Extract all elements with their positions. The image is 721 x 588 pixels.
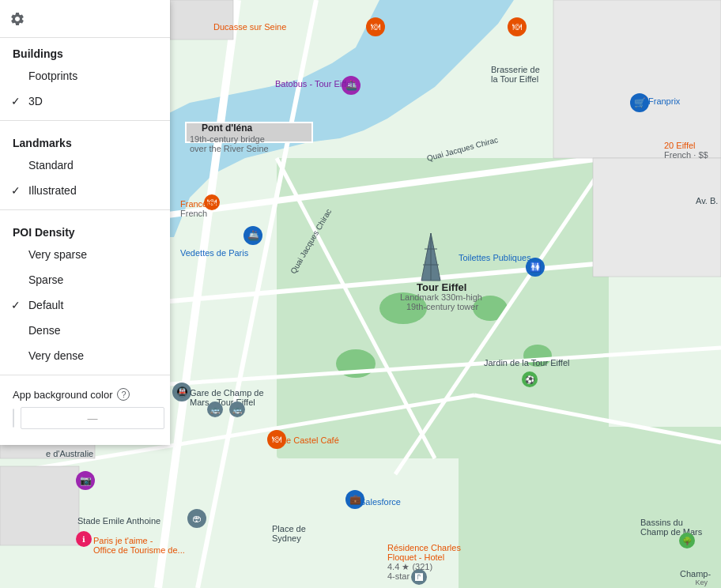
- 3d-checkmark: ✓: [11, 95, 21, 107]
- svg-text:Key: Key: [695, 579, 708, 586]
- footprints-label: Footprints: [28, 70, 77, 82]
- 3d-label: 3D: [28, 95, 43, 107]
- svg-rect-5: [459, 427, 721, 588]
- poi-default-label: Default: [28, 299, 63, 311]
- poi-dense-label: Dense: [28, 324, 60, 337]
- divider-3: [0, 375, 170, 375]
- svg-rect-18: [0, 466, 79, 545]
- poi-very-sparse-label: Very sparse: [28, 248, 87, 261]
- illustrated-label: Illustrated: [28, 184, 77, 197]
- svg-rect-20: [593, 158, 721, 277]
- buildings-header: Buildings: [0, 38, 170, 63]
- color-input[interactable]: [21, 407, 164, 429]
- divider-2: [0, 209, 170, 210]
- standard-label: Standard: [28, 159, 74, 172]
- color-row: [0, 404, 170, 432]
- poi-very-dense[interactable]: Very dense: [0, 343, 170, 368]
- settings-panel: Buildings Footprints ✓ 3D Landmarks Stan…: [0, 0, 170, 445]
- poi-very-dense-label: Very dense: [28, 349, 84, 362]
- landmarks-header: Landmarks: [0, 127, 170, 153]
- panel-gear-icon: [9, 11, 25, 27]
- panel-top-bar: [0, 0, 170, 38]
- footprints-item[interactable]: Footprints: [0, 63, 170, 89]
- poi-sparse[interactable]: Sparse: [0, 267, 170, 292]
- svg-rect-21: [170, 0, 233, 40]
- poi-density-header: POI Density: [0, 217, 170, 242]
- divider-1: [0, 120, 170, 121]
- svg-rect-26: [186, 122, 312, 142]
- poi-default[interactable]: ✓ Default: [0, 292, 170, 318]
- poi-default-checkmark: ✓: [11, 299, 21, 311]
- 3d-item[interactable]: ✓ 3D: [0, 89, 170, 114]
- color-swatch[interactable]: [13, 409, 14, 428]
- app-bg-color-label: App background color: [13, 389, 112, 401]
- illustrated-checkmark: ✓: [11, 184, 21, 197]
- svg-point-1: [379, 292, 427, 324]
- poi-very-sparse[interactable]: Very sparse: [0, 242, 170, 267]
- illustrated-item[interactable]: ✓ Illustrated: [0, 178, 170, 203]
- poi-dense[interactable]: Dense: [0, 318, 170, 343]
- poi-sparse-label: Sparse: [28, 273, 63, 286]
- svg-rect-19: [553, 0, 721, 158]
- help-icon[interactable]: ?: [117, 388, 130, 401]
- standard-item[interactable]: Standard: [0, 153, 170, 178]
- svg-point-4: [523, 345, 552, 367]
- app-bg-color-section: App background color ?: [0, 382, 170, 404]
